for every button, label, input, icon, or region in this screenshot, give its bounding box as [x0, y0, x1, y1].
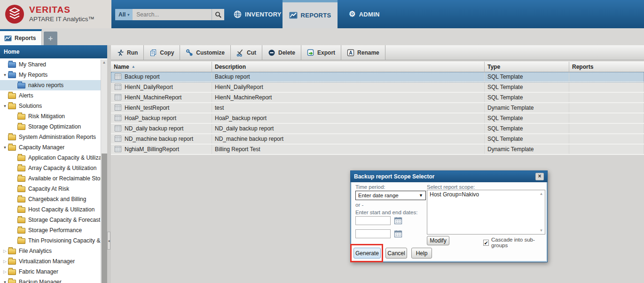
expand-arrow-icon[interactable]: ▷ — [2, 259, 8, 264]
checkbox-checked-icon[interactable]: ✔ — [483, 240, 489, 246]
table-row[interactable]: ND_machine backup reportND_machine backu… — [111, 134, 644, 145]
veritas-logo-icon — [5, 4, 24, 24]
rename-button[interactable]: A Rename — [341, 45, 385, 60]
sidebar-item-storage-capacity-forecast[interactable]: Storage Capacity & Forecast — [0, 215, 101, 225]
sidebar-splitter[interactable]: ◂ — [107, 45, 111, 283]
search-button[interactable] — [212, 9, 224, 20]
close-icon[interactable]: × — [535, 173, 544, 180]
sidebar-item-label: My Reports — [19, 72, 47, 78]
sidebar-item-storage-performance[interactable]: Storage Performance — [0, 225, 101, 235]
sidebar-item-my-reports[interactable]: ▾My Reports — [0, 70, 101, 80]
cancel-button[interactable]: Cancel — [385, 248, 407, 259]
time-period-select[interactable]: Enter date range ▼ — [355, 191, 426, 200]
nav-inventory[interactable]: INVENTORY — [234, 0, 282, 28]
sidebar-item-fabric-manager[interactable]: ▷Fabric Manager — [0, 267, 101, 277]
run-button[interactable]: Run — [111, 45, 144, 60]
sidebar-item-capacity-manager[interactable]: ▾Capacity Manager — [0, 142, 101, 153]
table-row[interactable]: NghiaM_BillingReportBilling Report TestD… — [111, 145, 644, 155]
table-row[interactable]: Backup reportBackup reportSQL Template — [111, 72, 644, 82]
search-filter-dropdown[interactable]: All ▾ — [115, 9, 133, 20]
sidebar-item-host-capacity-utilization[interactable]: Host Capacity & Utilization — [0, 204, 101, 215]
sidebar-item-label: My Shared — [19, 61, 46, 68]
table-row[interactable]: HienN_testReporttestDynamic Template — [111, 103, 644, 113]
column-header-description[interactable]: Description — [212, 62, 485, 72]
folder-icon — [8, 249, 16, 254]
end-date-field[interactable] — [355, 229, 391, 238]
sidebar-item-virtualization-manager[interactable]: ▷Virtualization Manager — [0, 256, 101, 267]
folder-icon — [17, 155, 25, 161]
report-name: HienN_DailyReport — [125, 84, 173, 90]
sidebar-item-application-capacity-utilization[interactable]: Application Capacity & Utilization — [0, 153, 101, 163]
sidebar-item-nakivo-reports[interactable]: nakivo reports — [0, 80, 101, 90]
sidebar-item-system-administration-reports[interactable]: System Administration Reports — [0, 132, 101, 142]
customize-button[interactable]: Customize — [180, 45, 231, 60]
sidebar-item-my-shared[interactable]: My Shared — [0, 59, 101, 70]
modify-button[interactable]: Modify — [427, 236, 449, 245]
brand-name: VERITAS — [29, 5, 94, 15]
sidebar-item-file-analytics[interactable]: ▷File Analytics — [0, 246, 101, 256]
sidebar-home-header[interactable]: Home — [0, 45, 107, 58]
cell-name: HoaP_backup report — [111, 113, 212, 123]
sidebar-item-capacity-at-risk[interactable]: Capacity At Risk — [0, 184, 101, 194]
report-scope-box[interactable]: Host Group=Nakivo ▲ ▼ — [427, 190, 545, 234]
dialog-titlebar[interactable]: Backup report Scope Selector × — [351, 171, 547, 182]
column-header-type[interactable]: Type — [485, 62, 569, 72]
collapse-sidebar-handle[interactable]: ◂ — [107, 232, 110, 250]
sidebar-item-chargeback-and-billing[interactable]: Chargeback and Billing — [0, 194, 101, 204]
generate-button[interactable]: Generate — [353, 248, 381, 259]
delete-button[interactable]: Delete — [262, 45, 301, 60]
scroll-up-icon[interactable]: ▲ — [101, 59, 107, 65]
sidebar-item-array-capacity-utilization[interactable]: Array Capacity & Utilization — [0, 163, 101, 173]
sidebar-item-backup-manager[interactable]: ▾Backup Manager — [0, 277, 101, 283]
scroll-down-icon[interactable]: ▼ — [540, 228, 543, 233]
copy-button[interactable]: Copy — [144, 45, 180, 60]
collapse-arrow-icon[interactable]: ▾ — [2, 73, 8, 77]
start-date-field[interactable] — [355, 216, 391, 225]
sidebar-item-alerts[interactable]: Alerts — [0, 90, 101, 101]
sidebar-scrollbar[interactable]: ▲ — [101, 59, 107, 283]
cell-description: ND_daily backup report — [212, 124, 485, 133]
chart-icon — [289, 12, 298, 19]
collapse-arrow-icon[interactable]: ▾ — [2, 280, 8, 283]
expand-arrow-icon[interactable]: ▷ — [2, 249, 8, 253]
table-row[interactable]: HienN_MachineReportHienN_MachineReportSQ… — [111, 93, 644, 103]
table-row[interactable]: HoaP_backup reportHoaP_backup reportSQL … — [111, 113, 644, 124]
sidebar-item-label: Risk Mitigation — [28, 113, 65, 120]
sidebar-item-thin-provisioning-capacity-utiliz[interactable]: Thin Provisioning Capacity & Utiliz — [0, 235, 101, 246]
folder-icon — [8, 62, 16, 68]
nav-reports[interactable]: REPORTS — [283, 0, 338, 28]
cut-button[interactable]: Cut — [231, 45, 262, 60]
scrollbar-thumb[interactable] — [102, 154, 107, 283]
calendar-icon[interactable] — [394, 217, 402, 225]
cascade-checkbox-row[interactable]: ✔ Cascade into sub-groups — [483, 237, 546, 248]
column-header-reports[interactable]: Reports — [569, 62, 644, 72]
collapse-arrow-icon[interactable]: ▾ — [2, 145, 8, 150]
sidebar-item-risk-mitigation[interactable]: Risk Mitigation — [0, 111, 101, 121]
table-row[interactable]: HienN_DailyReportHienN_DailyReportSQL Te… — [111, 82, 644, 93]
sort-asc-icon: ▲ — [132, 65, 135, 69]
expand-arrow-icon[interactable]: ▷ — [2, 269, 8, 274]
search-input[interactable] — [133, 9, 212, 20]
report-name: ND_machine backup report — [125, 136, 193, 142]
sidebar-item-storage-optimization[interactable]: Storage Optimization — [0, 121, 101, 132]
sidebar-item-solutions[interactable]: ▾Solutions — [0, 101, 101, 111]
table-row[interactable]: ND_daily backup reportND_daily backup re… — [111, 124, 644, 134]
top-bar: VERITAS APTARE IT Analytics™ All ▾ — [0, 0, 644, 28]
sidebar-item-available-or-reclaimable-storage[interactable]: Available or Reclaimable Storage — [0, 173, 101, 184]
report-name: ND_daily backup report — [125, 125, 183, 132]
help-button[interactable]: Help — [411, 248, 432, 259]
folder-icon — [8, 269, 16, 275]
cell-type: SQL Template — [485, 82, 569, 92]
add-tab-button[interactable]: + — [44, 32, 57, 45]
calendar-icon[interactable] — [394, 230, 402, 238]
tab-reports-label: Reports — [15, 35, 36, 41]
column-header-name[interactable]: Name ▲ — [111, 62, 212, 72]
sidebar-item-label: Storage Performance — [28, 227, 82, 234]
tab-reports[interactable]: Reports — [0, 29, 42, 45]
scroll-up-icon[interactable]: ▲ — [540, 192, 543, 196]
nav-admin[interactable]: ⚙ ADMIN — [349, 0, 380, 28]
export-button[interactable]: Export — [301, 45, 341, 60]
collapse-arrow-icon[interactable]: ▾ — [2, 104, 8, 108]
cell-name: ND_daily backup report — [111, 124, 212, 133]
report-icon — [115, 146, 122, 153]
